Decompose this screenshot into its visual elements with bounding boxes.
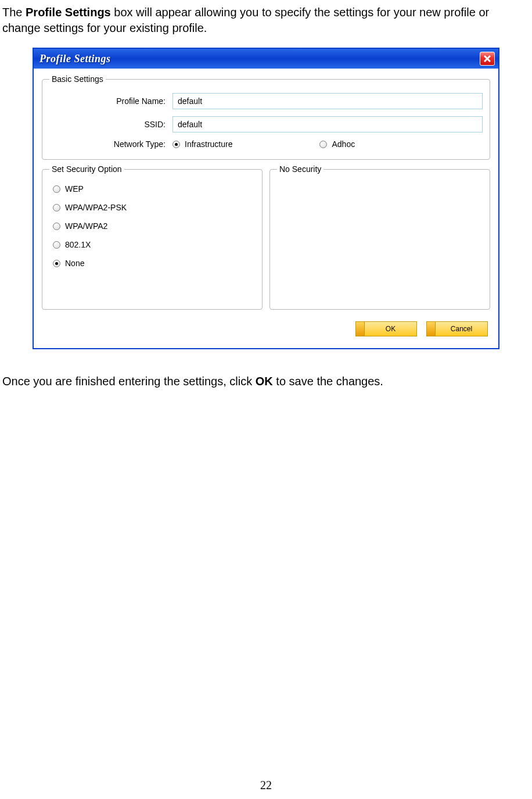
network-type-label: Network Type:	[49, 139, 172, 149]
network-type-adhoc[interactable]: Adhoc	[319, 139, 355, 149]
radio-label: WPA/WPA2-PSK	[65, 203, 127, 212]
after-bold: OK	[256, 375, 273, 388]
intro-bold: Profile Settings	[26, 6, 111, 19]
button-accent	[356, 322, 365, 336]
radio-label: 802.1X	[65, 240, 91, 249]
no-security-legend: No Security	[277, 164, 323, 174]
button-label: Cancel	[436, 325, 487, 333]
no-security-group: No Security	[269, 164, 490, 310]
window-title: Profile Settings	[39, 53, 111, 65]
radio-icon	[53, 204, 60, 212]
security-option-wpa-psk[interactable]: WPA/WPA2-PSK	[53, 203, 255, 212]
radio-label: WEP	[65, 184, 84, 194]
radio-icon	[53, 260, 60, 267]
after-paragraph: Once you are finished entering the setti…	[2, 374, 530, 389]
radio-label: None	[65, 259, 84, 268]
security-option-legend: Set Security Option	[49, 164, 124, 174]
radio-label: Infrastructure	[185, 139, 232, 149]
profile-name-label: Profile Name:	[49, 96, 172, 106]
radio-icon	[53, 223, 60, 230]
security-option-wep[interactable]: WEP	[53, 184, 255, 194]
profile-name-input[interactable]	[172, 93, 483, 109]
after-suffix: to save the changes.	[273, 375, 383, 388]
intro-prefix: The	[2, 6, 26, 19]
radio-label: Adhoc	[332, 139, 355, 149]
basic-settings-legend: Basic Settings	[49, 74, 106, 84]
close-icon	[484, 55, 491, 62]
security-option-wpa[interactable]: WPA/WPA2	[53, 221, 255, 231]
radio-icon	[319, 141, 327, 148]
radio-icon	[172, 141, 180, 148]
radio-icon	[53, 241, 60, 249]
network-type-infrastructure[interactable]: Infrastructure	[172, 139, 232, 149]
radio-icon	[53, 185, 60, 193]
profile-settings-dialog: Profile Settings Basic Settings Profile …	[33, 48, 499, 349]
cancel-button[interactable]: Cancel	[426, 321, 488, 336]
titlebar[interactable]: Profile Settings	[34, 49, 498, 69]
ssid-label: SSID:	[49, 120, 172, 129]
radio-label: WPA/WPA2	[65, 221, 107, 231]
basic-settings-group: Basic Settings Profile Name: SSID: Netwo…	[42, 74, 490, 160]
ssid-input[interactable]	[172, 116, 483, 132]
security-option-group: Set Security Option WEP WPA/WPA2-PSK	[42, 164, 263, 310]
intro-paragraph: The Profile Settings box will appear all…	[2, 5, 530, 36]
security-option-8021x[interactable]: 802.1X	[53, 240, 255, 249]
after-prefix: Once you are finished entering the setti…	[2, 375, 256, 388]
close-button[interactable]	[480, 52, 495, 66]
button-label: OK	[365, 325, 416, 333]
security-option-none[interactable]: None	[53, 259, 255, 268]
page-number: 22	[0, 779, 532, 792]
ok-button[interactable]: OK	[355, 321, 417, 336]
button-accent	[427, 322, 436, 336]
